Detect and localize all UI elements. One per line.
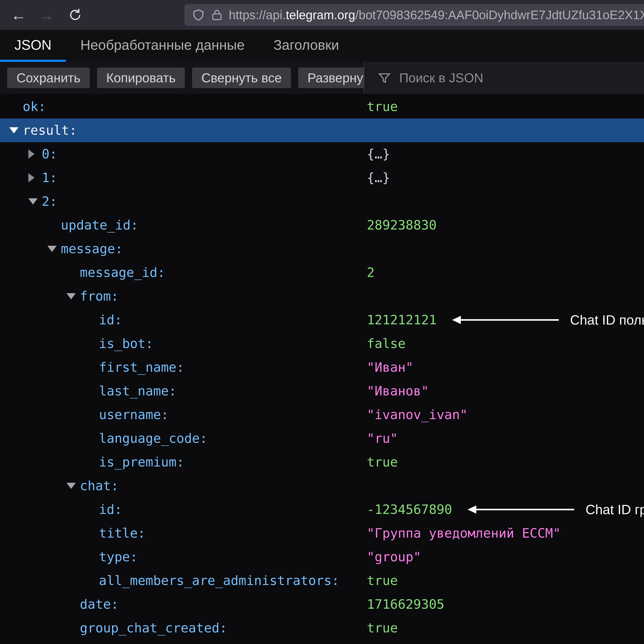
annotation-label: Chat ID пользователя [570,308,644,332]
json-row[interactable]: language_code:"ru" [0,427,644,450]
collapse-toggle-icon[interactable] [66,293,80,299]
json-key: date: [80,592,119,616]
json-key: update_id: [61,213,138,237]
chat-id-annotation: Chat ID пользователя [437,308,644,332]
json-row[interactable]: id:-1234567890Chat ID группы [0,498,644,521]
json-value: false [367,332,406,355]
url-bar[interactable]: https://api.telegram.org/bot7098362549:A… [184,4,644,26]
json-key: ok: [23,95,46,118]
chat-id-annotation: Chat ID группы [452,498,644,521]
json-key: result: [23,118,77,142]
json-value: true [367,95,398,118]
json-key: username: [99,403,169,427]
tracking-protection-icon[interactable] [192,8,205,22]
json-row[interactable]: id:121212121Chat ID пользователя [0,308,644,332]
json-key: 3: [42,640,57,644]
json-value: true [367,616,398,640]
json-value: 121212121 [367,308,437,332]
json-value: "ivanov_ivan" [367,403,468,427]
tab-headers[interactable]: Заголовки [259,30,353,62]
tab-raw-data[interactable]: Необработанные данные [66,30,259,62]
json-key: id: [99,498,122,521]
browser-toolbar: ← → https://api.telegram.org/bot70983625… [0,0,644,30]
json-key: all_members_are_administrators: [99,569,339,592]
json-row[interactable]: all_members_are_administrators:true [0,569,644,592]
json-value: "ru" [367,427,398,450]
reload-icon[interactable] [62,0,89,30]
json-key: 1: [42,166,57,190]
json-value: true [367,450,398,474]
lock-icon[interactable] [211,8,223,22]
json-key: 2: [42,190,57,213]
json-key: first_name: [99,355,184,379]
json-value: "Иванов" [367,379,429,403]
json-row[interactable]: chat: [0,474,644,498]
expand-toggle-icon[interactable] [28,173,42,182]
json-row[interactable]: from: [0,284,644,308]
collapse-toggle-icon[interactable] [28,198,42,205]
search-placeholder: Поиск в JSON [399,70,483,85]
json-key: chat: [80,474,119,498]
json-row[interactable]: username:"ivanov_ivan" [0,403,644,427]
annotation-label: Chat ID группы [586,498,644,521]
json-row[interactable]: 0:{…} [0,142,644,166]
arrow-left-icon [468,505,476,514]
url-text: https://api.telegram.org/bot7098362549:A… [229,8,644,22]
json-value: {…} [367,166,390,190]
json-value: "Иван" [367,355,413,379]
json-key: 0: [42,142,57,166]
viewer-toolbar: Сохранить Копировать Свернуть все Развер… [0,62,644,94]
json-key: title: [99,521,145,545]
json-search-input[interactable]: Поиск в JSON [364,62,644,94]
json-row[interactable]: last_name:"Иванов" [0,379,644,403]
json-row[interactable]: message: [0,237,644,261]
json-row[interactable]: update_id:289238830 [0,213,644,237]
save-button[interactable]: Сохранить [7,67,90,88]
json-key: type: [99,545,138,569]
json-tree: ok:trueresult:0:{…}1:{…}2:update_id:2892… [0,94,644,644]
arrow-left-icon [452,316,461,324]
json-row[interactable]: message_id:2 [0,261,644,284]
filter-icon [378,71,391,84]
expand-toggle-icon[interactable] [28,149,42,159]
json-row[interactable]: group_chat_created:true [0,616,644,640]
collapse-toggle-icon[interactable] [66,483,80,489]
json-row[interactable]: is_bot:false [0,332,644,355]
json-key: group_chat_created: [80,616,227,640]
viewer-tabbar: JSON Необработанные данные Заголовки [0,30,644,62]
reload-glyph [67,7,83,23]
json-key: language_code: [99,427,207,450]
collapse-toggle-icon[interactable] [47,246,61,252]
json-row[interactable]: is_premium:true [0,450,644,474]
json-value: 1716629305 [367,592,444,616]
json-key: last_name: [99,379,176,403]
json-key: is_premium: [99,450,184,474]
json-value: -1234567890 [367,498,452,521]
json-key: from: [80,284,119,308]
forward-icon[interactable]: → [33,0,60,30]
json-value: {…} [367,142,390,166]
json-key: id: [99,308,122,332]
back-icon[interactable]: ← [5,0,32,30]
json-key: message: [61,237,123,261]
json-row[interactable]: result: [0,118,644,142]
json-row[interactable]: 1:{…} [0,166,644,190]
json-row[interactable]: 2: [0,190,644,213]
copy-button[interactable]: Копировать [97,67,185,88]
json-value: true [367,569,398,592]
json-row[interactable]: 3: [0,640,644,644]
collapse-all-button[interactable]: Свернуть все [192,67,291,88]
json-row[interactable]: first_name:"Иван" [0,355,644,379]
arrow-shaft [476,509,574,510]
json-row[interactable]: date:1716629305 [0,592,644,616]
json-row[interactable]: ok:true [0,95,644,118]
arrow-shaft [461,319,559,321]
json-key: is_bot: [99,332,153,355]
json-row[interactable]: type:"group" [0,545,644,569]
json-value: "group" [367,545,421,569]
json-value: 289238830 [367,213,437,237]
json-row[interactable]: title:"Группа уведомлений ECCM" [0,521,644,545]
json-key: message_id: [80,261,165,284]
collapse-toggle-icon[interactable] [9,127,23,133]
tab-json[interactable]: JSON [0,30,66,62]
